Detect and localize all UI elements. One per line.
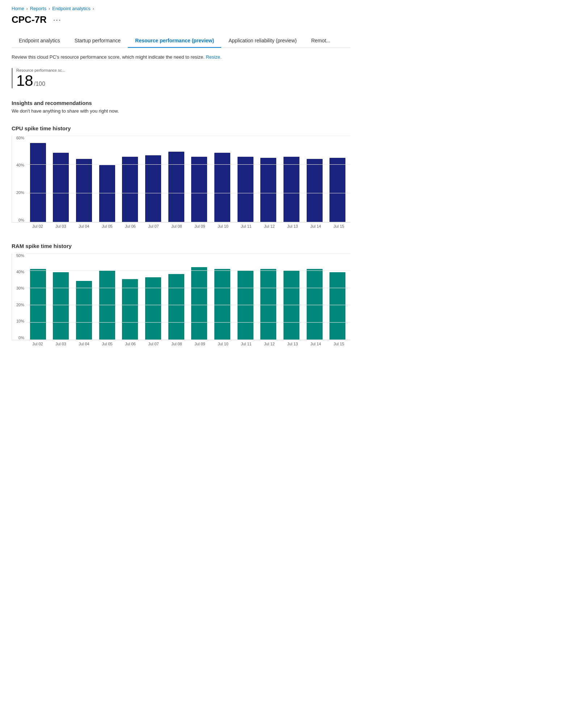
bar-group	[280, 136, 303, 222]
y-axis-label: 10%	[12, 319, 26, 323]
bar-group	[50, 253, 73, 340]
y-axis-label: 40%	[12, 270, 26, 274]
breadcrumb-sep-1: ›	[26, 6, 28, 11]
x-axis-label: Jul 13	[281, 224, 304, 228]
cpu-chart-title: CPU spike time history	[12, 125, 350, 131]
bar-group	[119, 136, 142, 222]
x-axis-label: Jul 08	[165, 342, 188, 346]
cpu-chart-container: 0%20%40%60% Jul 02Jul 03Jul 04Jul 05Jul …	[12, 136, 350, 228]
x-axis-label: Jul 09	[188, 342, 211, 346]
tab-remot[interactable]: Remot...	[304, 34, 337, 48]
x-axis-label: Jul 04	[72, 224, 96, 228]
bar-group	[50, 136, 73, 222]
x-axis-label: Jul 07	[142, 342, 165, 346]
score-value: 18 /100	[16, 73, 350, 88]
tab-resource-performance[interactable]: Resource performance (preview)	[128, 34, 221, 48]
bar	[238, 270, 253, 340]
bar	[99, 165, 115, 222]
bar	[238, 157, 253, 222]
tab-endpoint-analytics[interactable]: Endpoint analytics	[12, 34, 67, 48]
bar-group	[326, 136, 349, 222]
breadcrumb-endpoint-analytics[interactable]: Endpoint analytics	[52, 6, 91, 11]
x-axis-label: Jul 11	[235, 224, 258, 228]
ram-x-labels: Jul 02Jul 03Jul 04Jul 05Jul 06Jul 07Jul …	[12, 342, 350, 346]
ellipsis-button[interactable]: ···	[51, 15, 64, 25]
bar	[307, 159, 323, 222]
bar	[122, 157, 138, 222]
bar-group	[165, 136, 188, 222]
bar	[168, 152, 184, 222]
x-axis-label: Jul 07	[142, 224, 165, 228]
ram-chart-title: RAM spike time history	[12, 243, 350, 249]
x-axis-label: Jul 15	[327, 224, 350, 228]
cpu-chart-section: CPU spike time history 0%20%40%60% Jul 0…	[12, 125, 350, 228]
breadcrumb-sep-2: ›	[49, 6, 50, 11]
y-axis-label: 20%	[12, 303, 26, 307]
bar-group	[326, 253, 349, 340]
bar	[30, 143, 46, 222]
bar	[191, 157, 207, 222]
bar-group	[257, 253, 280, 340]
bar-group	[234, 253, 257, 340]
x-axis-label: Jul 11	[235, 342, 258, 346]
bar-group	[234, 136, 257, 222]
x-axis-label: Jul 06	[119, 342, 142, 346]
breadcrumb-sep-3: ›	[93, 6, 94, 11]
ram-chart-area: 0%10%20%30%40%50%	[12, 253, 350, 340]
tab-application-reliability[interactable]: Application reliability (preview)	[221, 34, 304, 48]
breadcrumb-home[interactable]: Home	[12, 6, 24, 11]
y-axis-label: 60%	[12, 136, 26, 140]
x-axis-label: Jul 05	[96, 224, 119, 228]
x-axis-label: Jul 09	[188, 224, 211, 228]
bar	[284, 157, 299, 222]
y-axis-label: 20%	[12, 190, 26, 195]
x-axis-label: Jul 03	[49, 342, 72, 346]
bar-group	[142, 136, 165, 222]
ram-y-axis: 0%10%20%30%40%50%	[12, 253, 26, 340]
bar	[284, 270, 299, 340]
bar	[145, 155, 161, 222]
y-axis-label: 0%	[12, 336, 26, 340]
page-title-row: CPC-7R ···	[12, 14, 350, 25]
description-text: Review this cloud PC's resource performa…	[12, 54, 350, 61]
x-axis-label: Jul 12	[258, 342, 281, 346]
x-axis-label: Jul 08	[165, 224, 188, 228]
y-axis-label: 30%	[12, 286, 26, 290]
bar-group	[211, 253, 234, 340]
x-axis-label: Jul 06	[119, 224, 142, 228]
y-axis-label: 40%	[12, 163, 26, 167]
bar-group	[303, 136, 326, 222]
x-axis-label: Jul 02	[26, 342, 49, 346]
x-axis-label: Jul 10	[211, 342, 235, 346]
score-number: 18	[16, 73, 33, 88]
bar	[145, 277, 161, 340]
tab-startup-performance[interactable]: Startup performance	[67, 34, 128, 48]
ram-chart-section: RAM spike time history 0%10%20%30%40%50%…	[12, 243, 350, 346]
bar-group	[303, 253, 326, 340]
bar	[191, 267, 207, 340]
resize-link[interactable]: Resize.	[206, 54, 221, 60]
y-axis-label: 0%	[12, 218, 26, 222]
score-card: Resource performance sc... 18 /100	[12, 68, 350, 88]
x-axis-label: Jul 14	[304, 342, 327, 346]
x-axis-label: Jul 12	[258, 224, 281, 228]
bar-group	[72, 136, 96, 222]
bar-group	[211, 136, 234, 222]
ram-bars	[26, 253, 349, 340]
bar	[30, 269, 46, 340]
bar-group	[280, 253, 303, 340]
cpu-bars	[26, 136, 349, 222]
bar-group	[26, 136, 50, 222]
bar	[329, 272, 345, 340]
cpu-x-labels: Jul 02Jul 03Jul 04Jul 05Jul 06Jul 07Jul …	[12, 224, 350, 228]
bar	[260, 269, 276, 340]
x-axis-label: Jul 02	[26, 224, 49, 228]
tab-bar: Endpoint analytics Startup performance R…	[12, 34, 350, 48]
x-axis-label: Jul 05	[96, 342, 119, 346]
score-denom: /100	[34, 81, 45, 87]
breadcrumb-reports[interactable]: Reports	[30, 6, 47, 11]
bar	[76, 159, 92, 222]
bar	[99, 270, 115, 340]
bar	[307, 269, 323, 340]
bar	[329, 158, 345, 222]
